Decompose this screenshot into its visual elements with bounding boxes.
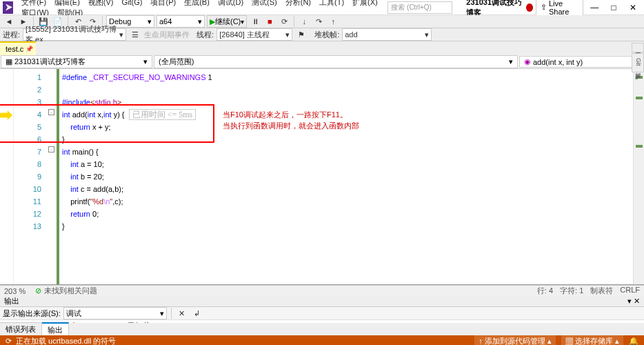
right-sidebar: 诊断工具 Git 扩展 xyxy=(632,43,644,72)
maximize-button[interactable]: □ xyxy=(605,1,622,14)
tab-strip: test.c📌 xyxy=(0,41,644,55)
menu-item[interactable]: 文件(F) xyxy=(17,0,50,8)
continue-button[interactable]: ▶ 继续(C) ▾ xyxy=(207,15,247,28)
menu-item[interactable]: 测试(S) xyxy=(248,0,281,8)
code-content[interactable]: #define _CRT_SECURE_NO_WARNINGS 1 #inclu… xyxy=(59,69,644,284)
stackframe-combo[interactable]: add▾ xyxy=(342,28,432,41)
thread-combo[interactable]: [26840] 主线程▾ xyxy=(217,28,292,41)
step-out-button[interactable]: ↑ xyxy=(327,15,339,28)
stop-button[interactable]: ■ xyxy=(263,15,276,28)
editor-status: 203 % ⊘ 未找到相关问题 行: 4 字符: 1 制表符 CRLF xyxy=(0,285,644,296)
pin-icon[interactable]: 📌 xyxy=(26,46,33,52)
title-bar: 文件(F)编辑(E)视图(V)Git(G)项目(P)生成(B)调试(D)测试(S… xyxy=(0,0,644,15)
errlist-tab[interactable]: 错误列表 xyxy=(0,322,42,336)
nav-file[interactable]: ▦231031调试技巧博客▾ xyxy=(1,55,152,68)
status-bar: ⟳ 正在加载 ucrtbased.dll 的符号 ↑ 添加到源代码管理 ▴ ▦ … xyxy=(0,335,644,345)
lifecycle-label: 生命周期事件 xyxy=(144,30,190,40)
nav-func[interactable]: ◉add(int x, int y)▾ xyxy=(519,56,643,68)
process-label: 进程: xyxy=(3,30,20,40)
output-menu[interactable]: ▾ ✕ xyxy=(627,297,640,306)
scm-button[interactable]: ↑ 添加到源代码管理 ▴ xyxy=(474,335,556,345)
char-col: 字符: 1 xyxy=(560,286,583,296)
output-tab[interactable]: 输出 xyxy=(42,322,69,337)
loading-icon: ⟳ xyxy=(6,337,12,345)
close-button[interactable]: ✕ xyxy=(625,1,641,14)
process-combo[interactable]: [15552] 231031调试技巧博客.ex▾ xyxy=(23,28,126,41)
minimize-button[interactable]: — xyxy=(586,1,603,14)
annotation-text: 当F10调试起来之后，一路按下F11。当执行到函数调用时，就会进入函数内部 xyxy=(223,109,359,131)
flag-icon[interactable]: ⚑ xyxy=(295,28,308,41)
menu-item[interactable]: 扩展(X) xyxy=(348,0,382,8)
menu-item[interactable]: 生成(B) xyxy=(180,0,214,8)
zoom[interactable]: 203 % xyxy=(4,287,26,295)
search-input[interactable]: 搜索 (Ctrl+Q) xyxy=(388,1,452,14)
output-tabs: 错误列表 输出 xyxy=(0,323,644,335)
indent[interactable]: 制表符 xyxy=(590,286,613,296)
stackframe-label: 堆栈帧: xyxy=(314,30,339,40)
menu-item[interactable]: 编辑(E) xyxy=(50,0,84,8)
menu-item[interactable]: 分析(N) xyxy=(281,0,315,8)
status-text: 正在加载 ucrtbased.dll 的符号 xyxy=(16,336,116,345)
file-tab[interactable]: test.c📌 xyxy=(0,41,36,55)
step-into-button[interactable]: ↓ xyxy=(298,15,310,28)
output-title: 输出 xyxy=(4,296,19,306)
output-tools: 显示输出来源(S): 调试▾ ✕ ↲ xyxy=(0,307,644,320)
step-over-button[interactable]: ↷ xyxy=(312,15,325,28)
bell-icon[interactable]: 🔔 xyxy=(629,337,638,345)
current-line-arrow-icon xyxy=(0,110,12,120)
git-tab[interactable]: Git 扩展 xyxy=(632,53,644,72)
menu-item[interactable]: 项目(P) xyxy=(146,0,180,8)
diag-tab[interactable]: 诊断工具 xyxy=(632,43,644,52)
menu-item[interactable]: 视图(V) xyxy=(84,0,118,8)
repo-button[interactable]: ▦ 选择存储库 ▴ xyxy=(561,335,623,345)
notif-icon[interactable] xyxy=(526,3,533,12)
editor[interactable]: 12345678910111213 - - #define _CRT_SECUR… xyxy=(0,69,644,285)
nav-bar: ▦231031调试技巧博客▾ (全局范围)▾ ◉add(int x, int y… xyxy=(0,55,644,69)
lifecycle-icon[interactable]: ☰ xyxy=(129,28,141,41)
menu-item[interactable]: 工具(T) xyxy=(315,0,348,8)
pause-button[interactable]: ⏸ xyxy=(249,15,261,28)
back-button[interactable]: ◄ xyxy=(3,15,15,28)
line-col: 行: 4 xyxy=(537,286,553,296)
output-source-label: 显示输出来源(S): xyxy=(3,308,61,319)
eol[interactable]: CRLF xyxy=(620,286,640,296)
issues[interactable]: 未找到相关问题 xyxy=(44,286,97,296)
restart-button[interactable]: ⟳ xyxy=(278,15,290,28)
nav-scope[interactable]: (全局范围)▾ xyxy=(154,55,518,68)
output-source-combo[interactable]: 调试▾ xyxy=(63,307,167,319)
overview-ruler[interactable] xyxy=(633,69,644,284)
fold-icon[interactable]: - xyxy=(48,146,54,152)
thread-label: 线程: xyxy=(197,30,214,40)
platform-combo[interactable]: a64▾ xyxy=(157,15,205,28)
clear-icon[interactable]: ✕ xyxy=(176,307,188,319)
live-share-button[interactable]: ⇪Live Share xyxy=(536,0,583,17)
fold-column: - - xyxy=(47,69,57,284)
wrap-icon[interactable]: ↲ xyxy=(191,307,203,319)
menu-item[interactable]: Git(G) xyxy=(118,0,147,8)
vs-logo-icon xyxy=(3,1,13,14)
fold-icon[interactable]: - xyxy=(48,109,54,115)
output-header: 输出 ▾ ✕ xyxy=(0,296,644,307)
glyph-margin xyxy=(0,69,14,284)
debug-toolbar: 进程: [15552] 231031调试技巧博客.ex▾ ☰ 生命周期事件 线程… xyxy=(0,28,644,41)
menu-item[interactable]: 调试(D) xyxy=(214,0,248,8)
line-numbers: 12345678910111213 xyxy=(14,69,47,284)
